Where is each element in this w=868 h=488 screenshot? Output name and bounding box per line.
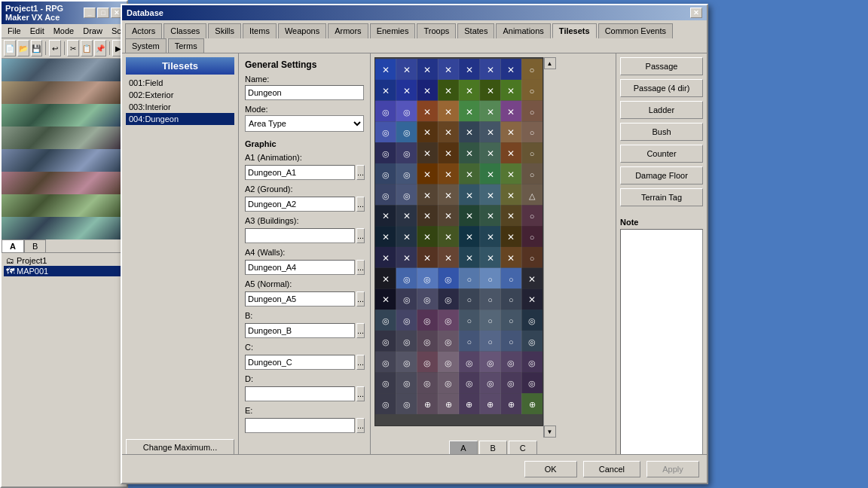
dialog-close-btn[interactable]: ✕: [690, 8, 702, 18]
dtab-classes[interactable]: Classes: [164, 23, 206, 38]
dtab-armors[interactable]: Armors: [328, 23, 368, 38]
dtab-animations[interactable]: Animations: [496, 23, 550, 38]
e-browse-btn[interactable]: ...: [356, 418, 365, 433]
e-input[interactable]: [245, 418, 355, 433]
svg-text:○: ○: [487, 316, 493, 325]
svg-text:△: △: [529, 191, 536, 200]
dtab-weapons[interactable]: Weapons: [278, 23, 326, 38]
d-input[interactable]: [245, 386, 355, 401]
b-input[interactable]: [245, 323, 355, 338]
counter-btn[interactable]: Counter: [620, 145, 703, 163]
tile-tab-c[interactable]: C: [509, 441, 537, 456]
e-label: E:: [245, 406, 364, 415]
e-row: ...: [245, 418, 364, 433]
change-max-btn[interactable]: Change Maximum...: [126, 439, 234, 456]
tile-thumb-2[interactable]: [2, 81, 127, 104]
svg-text:◎: ◎: [445, 358, 452, 368]
rpg-minimize-btn[interactable]: _: [84, 8, 96, 18]
svg-text:✕: ✕: [403, 65, 411, 75]
b-browse-btn[interactable]: ...: [356, 323, 365, 338]
tile-thumb-1[interactable]: [2, 59, 127, 81]
tile-thumb-7[interactable]: [2, 194, 127, 217]
svg-text:✕: ✕: [423, 191, 431, 201]
tile-thumb-4[interactable]: [2, 127, 127, 149]
a5-input[interactable]: [245, 291, 355, 307]
a2-browse-btn[interactable]: ...: [356, 197, 365, 212]
tab-a[interactable]: A: [2, 239, 24, 252]
toolbar-cut[interactable]: ✂: [67, 40, 79, 56]
passage-btn[interactable]: Passage: [620, 57, 703, 75]
tile-panel: [2, 59, 127, 239]
toolbar-paste[interactable]: 📌: [94, 40, 106, 56]
a2-input[interactable]: [245, 197, 355, 212]
menu-file[interactable]: File: [3, 25, 26, 37]
svg-text:◎: ◎: [528, 337, 536, 346]
tile-grid-svg[interactable]: ✕ ✕ ✕ ✕ ✕ ✕ ✕ ○: [374, 57, 543, 426]
toolbar-save[interactable]: 💾: [31, 40, 43, 56]
list-item-3[interactable]: 003:Interior: [126, 101, 234, 113]
list-item-4[interactable]: 004:Dungeon: [126, 113, 234, 125]
dtab-states[interactable]: States: [457, 23, 494, 38]
dtab-terms[interactable]: Terms: [168, 38, 204, 53]
a3-browse-btn[interactable]: ...: [356, 228, 365, 243]
scroll-down[interactable]: ▼: [544, 425, 556, 438]
a4-input[interactable]: [245, 260, 355, 275]
menu-mode[interactable]: Mode: [49, 25, 79, 37]
tile-thumb-8[interactable]: [2, 217, 127, 239]
tree-project[interactable]: 🗂 Project1: [4, 255, 124, 266]
toolbar-new[interactable]: 📄: [4, 40, 16, 56]
dtab-enemies[interactable]: Enemies: [370, 23, 416, 38]
a4-row: ...: [245, 260, 364, 275]
svg-text:✕: ✕: [382, 294, 390, 305]
name-input[interactable]: [245, 85, 364, 100]
menu-draw[interactable]: Draw: [78, 25, 107, 37]
a5-browse-btn[interactable]: ...: [356, 291, 365, 307]
tileset-scrollbar[interactable]: ▲ ▼: [543, 57, 555, 438]
ok-btn[interactable]: OK: [524, 461, 577, 477]
tab-b[interactable]: B: [24, 239, 46, 252]
svg-text:✕: ✕: [487, 232, 494, 242]
svg-text:✕: ✕: [403, 232, 411, 242]
rpg-maximize-btn[interactable]: □: [97, 8, 109, 18]
svg-text:✕: ✕: [487, 107, 494, 117]
tile-thumb-3[interactable]: [2, 104, 127, 127]
damage-floor-btn[interactable]: Damage Floor: [620, 166, 703, 185]
tile-thumb-5[interactable]: [2, 149, 127, 172]
tree-map001[interactable]: 🗺 MAP001: [4, 266, 124, 276]
dtab-actors[interactable]: Actors: [125, 23, 162, 38]
a4-browse-btn[interactable]: ...: [356, 260, 365, 275]
tile-tab-a[interactable]: A: [449, 441, 477, 456]
scroll-up[interactable]: ▲: [544, 57, 556, 69]
list-item-2[interactable]: 002:Exterior: [126, 89, 234, 101]
svg-text:◎: ◎: [445, 295, 452, 304]
cancel-btn[interactable]: Cancel: [583, 461, 640, 477]
tile-tab-b[interactable]: B: [479, 441, 507, 456]
a1-row: ...: [245, 165, 364, 180]
apply-btn[interactable]: Apply: [646, 461, 699, 477]
dtab-troops[interactable]: Troops: [417, 23, 456, 38]
dtab-tilesets[interactable]: Tilesets: [552, 23, 597, 38]
c-input[interactable]: [245, 355, 355, 370]
tile-thumb-6[interactable]: [2, 172, 127, 194]
ladder-btn[interactable]: Ladder: [620, 101, 703, 119]
list-item-1[interactable]: 001:Field: [126, 77, 234, 89]
note-textarea[interactable]: [620, 229, 703, 456]
dtab-system[interactable]: System: [125, 38, 167, 53]
mode-select[interactable]: Area Type: [245, 115, 364, 132]
dtab-common-events[interactable]: Common Events: [598, 23, 673, 38]
c-browse-btn[interactable]: ...: [356, 355, 365, 370]
dtab-items[interactable]: Items: [243, 23, 277, 38]
a1-input[interactable]: [245, 165, 355, 180]
menu-edit[interactable]: Edit: [26, 25, 49, 37]
toolbar-undo[interactable]: ↩: [49, 40, 61, 56]
d-browse-btn[interactable]: ...: [356, 386, 365, 401]
a3-input[interactable]: [245, 228, 355, 243]
terrain-tag-btn[interactable]: Terrain Tag: [620, 188, 703, 206]
bush-btn[interactable]: Bush: [620, 123, 703, 141]
dtab-skills[interactable]: Skills: [208, 23, 241, 38]
a1-browse-btn[interactable]: ...: [356, 165, 365, 180]
toolbar-open[interactable]: 📂: [17, 40, 29, 56]
passage4dir-btn[interactable]: Passage (4 dir): [620, 79, 703, 97]
toolbar-sep1: [45, 41, 46, 55]
toolbar-copy[interactable]: 📋: [81, 40, 93, 56]
